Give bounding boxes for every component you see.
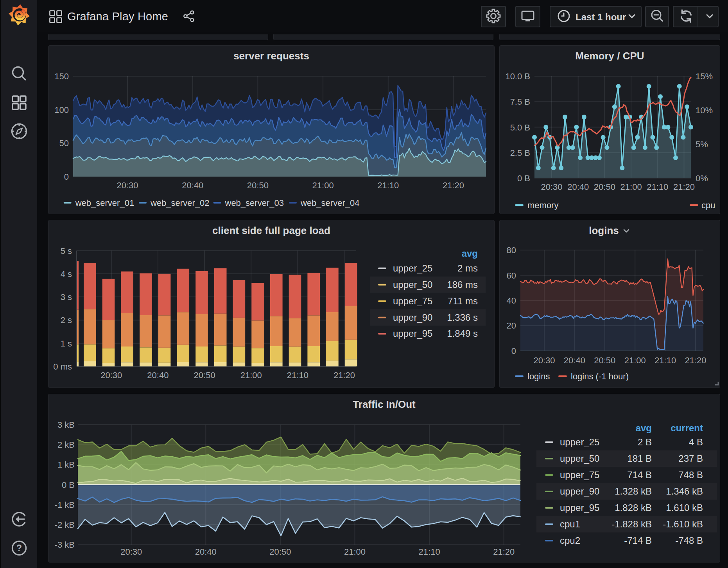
svg-text:logins: logins xyxy=(527,372,550,381)
svg-text:15%: 15% xyxy=(696,71,713,81)
svg-text:upper_95: upper_95 xyxy=(393,328,432,339)
svg-text:upper_25: upper_25 xyxy=(560,437,599,447)
svg-text:20:30: 20:30 xyxy=(117,180,138,190)
svg-text:1.336 s: 1.336 s xyxy=(447,312,478,323)
svg-text:upper_90: upper_90 xyxy=(560,486,599,497)
svg-text:memory: memory xyxy=(527,200,558,210)
svg-text:0%: 0% xyxy=(696,173,708,183)
svg-text:80: 80 xyxy=(507,245,516,255)
svg-text:web_server_02: web_server_02 xyxy=(150,198,209,208)
svg-text:1.346 kB: 1.346 kB xyxy=(666,486,703,497)
svg-text:2 ms: 2 ms xyxy=(457,263,478,273)
svg-text:3 kB: 3 kB xyxy=(57,420,75,430)
svg-text:5%: 5% xyxy=(696,139,708,149)
svg-text:21:20: 21:20 xyxy=(443,180,464,190)
svg-text:20:30: 20:30 xyxy=(533,355,555,365)
svg-text:711 ms: 711 ms xyxy=(448,296,478,306)
svg-text:5.0 B: 5.0 B xyxy=(510,122,530,132)
svg-text:upper_75: upper_75 xyxy=(560,470,599,480)
svg-text:avg: avg xyxy=(462,248,478,259)
svg-text:0 B: 0 B xyxy=(517,173,530,183)
svg-text:2.5 B: 2.5 B xyxy=(510,148,530,157)
svg-text:-714 B: -714 B xyxy=(624,535,652,546)
svg-text:20:50: 20:50 xyxy=(269,547,291,557)
svg-text:21:00: 21:00 xyxy=(624,355,646,365)
svg-text:150: 150 xyxy=(54,71,69,81)
svg-text:upper_25: upper_25 xyxy=(393,263,432,273)
svg-text:21:10: 21:10 xyxy=(419,547,440,557)
svg-text:20:40: 20:40 xyxy=(567,182,589,192)
svg-text:21:20: 21:20 xyxy=(673,182,695,192)
svg-text:2 s: 2 s xyxy=(61,315,72,325)
svg-text:60: 60 xyxy=(507,271,516,280)
svg-text:0: 0 xyxy=(511,346,516,356)
svg-text:20:40: 20:40 xyxy=(195,547,217,557)
svg-text:1.328 kB: 1.328 kB xyxy=(615,486,652,497)
svg-text:21:00: 21:00 xyxy=(620,182,642,192)
svg-text:upper_50: upper_50 xyxy=(560,453,599,464)
svg-text:2 kB: 2 kB xyxy=(57,440,75,450)
svg-text:upper_95: upper_95 xyxy=(560,502,599,513)
svg-text:20:50: 20:50 xyxy=(594,182,615,192)
svg-text:21:20: 21:20 xyxy=(685,355,706,365)
svg-text:20:40: 20:40 xyxy=(182,180,203,190)
svg-text:20:30: 20:30 xyxy=(541,182,562,192)
svg-text:-2 kB: -2 kB xyxy=(55,520,75,530)
svg-text:20:50: 20:50 xyxy=(594,355,615,365)
svg-text:2 B: 2 B xyxy=(638,437,652,447)
svg-text:-1.610 kB: -1.610 kB xyxy=(663,519,703,529)
svg-text:3 s: 3 s xyxy=(61,292,72,302)
svg-text:186 ms: 186 ms xyxy=(447,279,478,290)
svg-text:20:30: 20:30 xyxy=(120,547,142,557)
svg-text:50: 50 xyxy=(59,138,69,148)
svg-text:21:00: 21:00 xyxy=(240,370,262,380)
svg-text:avg: avg xyxy=(636,423,652,433)
svg-text:100: 100 xyxy=(54,105,69,114)
svg-text:4 B: 4 B xyxy=(689,437,703,447)
svg-text:21:20: 21:20 xyxy=(493,547,515,557)
svg-text:20:40: 20:40 xyxy=(564,355,585,365)
svg-text:upper_90: upper_90 xyxy=(393,312,432,323)
svg-text:20: 20 xyxy=(507,321,516,330)
svg-text:748 B: 748 B xyxy=(678,470,703,480)
svg-text:1.610 kB: 1.610 kB xyxy=(666,502,703,513)
svg-text:0 ms: 0 ms xyxy=(53,362,72,372)
svg-text:0 B: 0 B xyxy=(62,480,75,490)
svg-text:current: current xyxy=(671,423,703,433)
svg-text:1.849 s: 1.849 s xyxy=(447,328,478,339)
svg-text:7.5 B: 7.5 B xyxy=(510,97,530,107)
svg-text:21:10: 21:10 xyxy=(647,182,668,192)
svg-text:-1.828 kB: -1.828 kB xyxy=(611,519,652,529)
svg-text:181 B: 181 B xyxy=(627,453,652,464)
svg-text:21:00: 21:00 xyxy=(312,180,334,190)
svg-text:10%: 10% xyxy=(696,105,713,115)
svg-text:21:10: 21:10 xyxy=(287,370,308,380)
svg-text:upper_75: upper_75 xyxy=(393,296,432,306)
svg-text:upper_50: upper_50 xyxy=(393,279,432,290)
svg-text:web_server_04: web_server_04 xyxy=(300,198,359,208)
svg-text:21:10: 21:10 xyxy=(377,180,399,190)
svg-text:20:30: 20:30 xyxy=(100,370,122,380)
svg-text:237 B: 237 B xyxy=(678,453,703,464)
svg-text:21:10: 21:10 xyxy=(654,355,676,365)
svg-text:20:50: 20:50 xyxy=(247,180,269,190)
svg-text:cpu1: cpu1 xyxy=(560,519,580,529)
svg-text:714 B: 714 B xyxy=(627,470,652,480)
svg-text:5 s: 5 s xyxy=(61,246,72,256)
svg-text:20:40: 20:40 xyxy=(147,370,169,380)
svg-text:1.828 kB: 1.828 kB xyxy=(615,502,652,513)
svg-text:20:50: 20:50 xyxy=(194,370,215,380)
svg-text:0: 0 xyxy=(64,172,69,182)
svg-text:?: ? xyxy=(16,543,22,553)
svg-text:web_server_03: web_server_03 xyxy=(225,198,284,208)
svg-text:21:20: 21:20 xyxy=(334,370,355,380)
svg-text:logins (-1 hour): logins (-1 hour) xyxy=(571,372,629,381)
svg-text:40: 40 xyxy=(507,296,516,305)
svg-text:-3 kB: -3 kB xyxy=(55,540,75,550)
svg-text:cpu2: cpu2 xyxy=(560,535,580,546)
svg-text:-1 kB: -1 kB xyxy=(55,500,75,510)
svg-text:1 s: 1 s xyxy=(61,339,72,348)
svg-text:1 kB: 1 kB xyxy=(57,460,75,470)
svg-text:4 s: 4 s xyxy=(61,269,72,279)
svg-text:10.0 B: 10.0 B xyxy=(505,71,530,81)
